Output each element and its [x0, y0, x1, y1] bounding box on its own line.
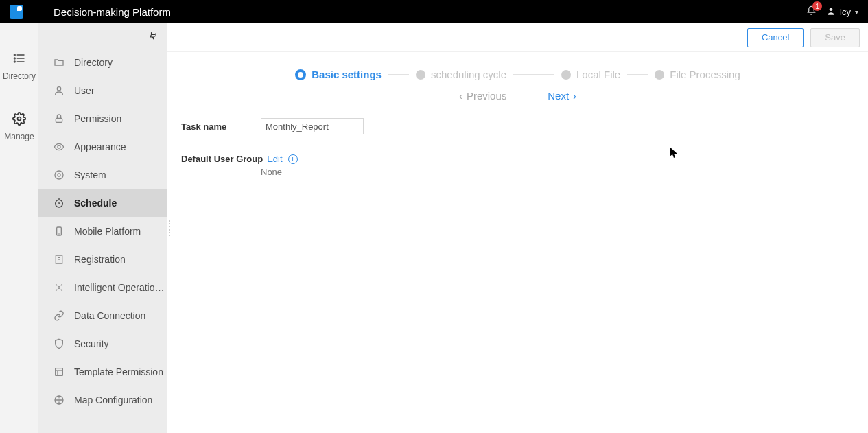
gear-icon — [12, 111, 27, 126]
svg-point-7 — [18, 117, 21, 121]
user-icon — [54, 85, 64, 96]
svg-rect-20 — [56, 368, 63, 375]
svg-point-6 — [14, 61, 15, 62]
svg-point-0 — [830, 8, 833, 11]
sidebar-item-label: System — [74, 169, 106, 180]
wizard-stepper: Basic settings scheduling cycle Local Fi… — [167, 52, 868, 90]
action-bar: Cancel Save — [167, 23, 868, 52]
step-connector — [388, 74, 409, 75]
next-label: Next — [548, 90, 569, 102]
app-title: Decision-making Platform — [54, 6, 171, 18]
previous-label: Previous — [467, 90, 506, 102]
svg-rect-9 — [56, 118, 62, 122]
default-user-group-row: Default User Group Edit i — [181, 154, 868, 164]
sidebar-item-map-configuration[interactable]: Map Configuration — [38, 386, 167, 414]
sidebar-item-template-permission[interactable]: Template Permission — [38, 358, 167, 386]
edit-link[interactable]: Edit — [267, 154, 282, 164]
step-basic-settings[interactable]: Basic settings — [295, 69, 382, 80]
default-user-group-label: Default User Group — [181, 154, 263, 164]
step-file-processing[interactable]: File Processing — [655, 69, 740, 80]
notification-badge: 1 — [812, 1, 822, 11]
sidebar-item-registration[interactable]: Registration — [38, 245, 167, 273]
app-logo-icon — [10, 5, 23, 19]
step-label: Local File — [576, 69, 620, 80]
sparkle-icon — [54, 282, 64, 293]
sidebar-item-label: Map Configuration — [74, 395, 152, 406]
user-menu[interactable]: icy ▾ — [826, 6, 858, 18]
svg-point-11 — [58, 174, 60, 176]
link-icon — [54, 310, 64, 321]
pin-button[interactable] — [148, 32, 158, 44]
step-label: scheduling cycle — [431, 69, 506, 80]
clock-icon — [54, 198, 64, 209]
sidebar-item-label: Appearance — [74, 141, 126, 152]
info-icon[interactable]: i — [288, 154, 298, 164]
chevron-right-icon: › — [573, 90, 576, 102]
sidebar-item-label: Mobile Platform — [74, 226, 141, 237]
mobile-icon — [54, 226, 64, 237]
nav-rail: Directory Manage — [0, 23, 38, 433]
step-label: File Processing — [670, 69, 740, 80]
step-connector — [627, 74, 648, 75]
task-name-label: Task name — [181, 121, 261, 132]
sidebar-item-label: User — [74, 85, 95, 96]
previous-button: ‹ Previous — [459, 90, 506, 102]
sidebar-item-label: Directory — [74, 57, 113, 68]
sidebar-item-mobile-platform[interactable]: Mobile Platform — [38, 217, 167, 245]
eye-icon — [54, 141, 64, 152]
username-label: icy — [840, 7, 851, 17]
sidebar-item-directory[interactable]: Directory — [38, 48, 167, 76]
step-circle-icon — [561, 70, 571, 80]
step-local-file[interactable]: Local File — [561, 69, 620, 80]
settings-icon — [54, 169, 64, 180]
sidebar-item-system[interactable]: System — [38, 161, 167, 189]
sidebar-item-label: Data Connection — [74, 310, 145, 321]
step-connector — [513, 74, 554, 75]
svg-point-19 — [58, 286, 60, 288]
notifications-button[interactable]: 1 — [806, 5, 817, 18]
sidebar: Directory User Permission Appearance Sys… — [38, 23, 167, 433]
svg-point-12 — [55, 171, 63, 179]
shield-icon — [54, 338, 64, 349]
task-name-input[interactable] — [261, 118, 364, 134]
sidebar-item-security[interactable]: Security — [38, 329, 167, 358]
template-icon — [54, 366, 64, 377]
next-button[interactable]: Next › — [548, 90, 576, 102]
lock-icon — [54, 113, 64, 124]
rail-item-label: Directory — [3, 71, 36, 81]
top-header: Decision-making Platform 1 icy ▾ — [0, 0, 868, 23]
rail-item-directory[interactable]: Directory — [3, 51, 36, 81]
sidebar-item-appearance[interactable]: Appearance — [38, 132, 167, 161]
sidebar-item-label: Registration — [74, 254, 126, 265]
sidebar-item-schedule[interactable]: Schedule — [38, 189, 167, 217]
sidebar-item-label: Intelligent Operatio… — [74, 282, 165, 293]
chevron-left-icon: ‹ — [459, 90, 462, 102]
step-circle-icon — [655, 70, 664, 80]
sidebar-item-permission[interactable]: Permission — [38, 104, 167, 132]
cancel-button[interactable]: Cancel — [747, 28, 804, 47]
step-circle-icon — [416, 70, 425, 80]
task-name-row: Task name — [181, 118, 868, 134]
list-icon — [12, 51, 27, 66]
main-content: Cancel Save Basic settings scheduling cy… — [167, 23, 868, 433]
svg-point-8 — [57, 86, 60, 90]
rail-item-label: Manage — [4, 132, 34, 141]
document-icon — [54, 254, 64, 265]
step-circle-icon — [295, 69, 306, 80]
default-user-group-value: None — [261, 167, 868, 177]
map-icon — [54, 395, 64, 406]
svg-point-10 — [58, 145, 60, 148]
sidebar-item-label: Schedule — [74, 198, 117, 209]
form-area: Task name Default User Group Edit i None — [167, 114, 868, 177]
sidebar-item-label: Template Permission — [74, 366, 163, 377]
sidebar-item-user[interactable]: User — [38, 76, 167, 104]
step-nav: ‹ Previous Next › — [167, 90, 868, 114]
save-button: Save — [810, 28, 860, 47]
sidebar-item-intelligent-operations[interactable]: Intelligent Operatio… — [38, 273, 167, 301]
rail-item-manage[interactable]: Manage — [4, 111, 34, 141]
sidebar-item-label: Permission — [74, 113, 121, 124]
svg-point-5 — [14, 58, 15, 59]
sidebar-item-data-connection[interactable]: Data Connection — [38, 301, 167, 329]
folder-icon — [54, 57, 64, 68]
step-scheduling-cycle[interactable]: scheduling cycle — [416, 69, 506, 80]
